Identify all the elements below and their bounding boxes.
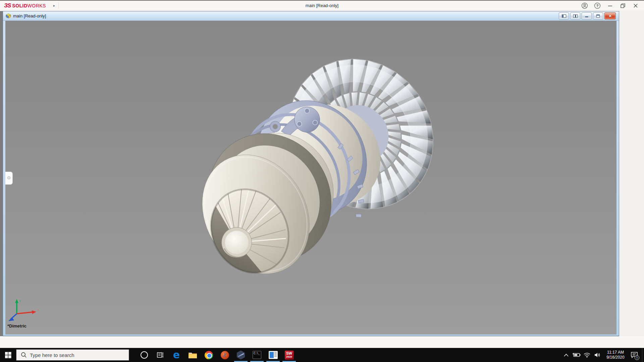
solidworks-logo: ЗS SOLID WORKS (4, 2, 46, 9)
edge-icon[interactable]: e (168, 348, 184, 362)
battery-icon[interactable] (573, 348, 581, 362)
search-input[interactable]: Type here to search (16, 349, 129, 361)
close-icon[interactable] (629, 1, 642, 10)
document-titlebar[interactable]: main [Read-only] ✕ (3, 11, 619, 21)
show-desktop-divider[interactable] (642, 348, 642, 362)
menu-expand-arrow-icon[interactable]: ▸ (53, 4, 55, 7)
document-title: main [Read-only] (13, 13, 46, 18)
command-prompt-icon[interactable]: C:\_ (249, 348, 265, 362)
restore-icon[interactable] (616, 1, 629, 10)
taskbar-clock[interactable]: 11:17 AM 9/16/2020 (605, 350, 626, 360)
svg-text:?: ? (596, 4, 599, 8)
doc-maximize-icon[interactable] (593, 12, 603, 19)
windows-start-icon[interactable] (0, 348, 16, 362)
notification-badge: 1 (635, 355, 639, 360)
svg-text:x: x (38, 308, 39, 312)
tray-time: 11:17 AM (605, 350, 626, 355)
task-view-icon[interactable] (152, 348, 168, 362)
app-window-controls: ? (578, 1, 642, 10)
snip-icon[interactable]: ✂ (217, 348, 233, 362)
split-pane-left-icon[interactable] (559, 12, 569, 19)
jet-engine-model (5, 21, 616, 335)
brand-solid: SOLID (12, 3, 27, 8)
app-window-title: main [Read-only] (0, 1, 644, 10)
file-explorer-icon[interactable] (184, 348, 201, 362)
left-gutter (0, 11, 3, 336)
doc-minimize-icon[interactable] (582, 12, 592, 19)
titlebar-divider (58, 2, 59, 9)
panel-tab-dot-icon (7, 176, 10, 179)
part-cube-icon (6, 13, 11, 18)
split-pane-right-icon[interactable] (570, 12, 580, 19)
brand-works: WORKS (28, 3, 46, 8)
wifi-icon[interactable] (583, 348, 591, 362)
view-orientation-label: *Dimetric (7, 323, 26, 328)
chrome-icon[interactable] (201, 348, 217, 362)
system-tray: 11:17 AM 9/16/2020 1 (562, 348, 644, 362)
chevron-up-icon[interactable] (562, 348, 570, 362)
status-bar (0, 336, 644, 348)
volume-icon[interactable] (593, 348, 601, 362)
solidworks-icon[interactable]: SW2020 (281, 348, 297, 362)
taskbar: Type here to search e ✂ C:\_ SW2020 11:1… (0, 348, 644, 362)
feature-panel-tab[interactable] (5, 172, 13, 185)
media-app-icon[interactable] (265, 348, 281, 362)
cortana-icon[interactable] (136, 348, 152, 362)
document-window: main [Read-only] ✕ (3, 11, 619, 336)
hexagon-app-icon[interactable] (233, 348, 249, 362)
help-icon[interactable]: ? (591, 1, 604, 10)
search-icon (21, 352, 27, 358)
tray-date: 9/16/2020 (605, 355, 626, 360)
3d-model-viewport[interactable]: y x *Dimetric (5, 21, 616, 335)
doc-close-icon[interactable]: ✕ (604, 12, 616, 19)
svg-text:y: y (19, 299, 21, 302)
minimize-icon[interactable] (604, 1, 616, 10)
account-icon[interactable] (578, 1, 591, 10)
document-window-controls: ✕ (557, 12, 616, 19)
search-placeholder: Type here to search (30, 352, 74, 358)
3ds-logo-icon: ЗS (4, 2, 11, 9)
action-center-icon[interactable]: 1 (629, 348, 639, 362)
app-titlebar: ЗS SOLID WORKS ▸ main [Read-only] ? (0, 1, 644, 10)
